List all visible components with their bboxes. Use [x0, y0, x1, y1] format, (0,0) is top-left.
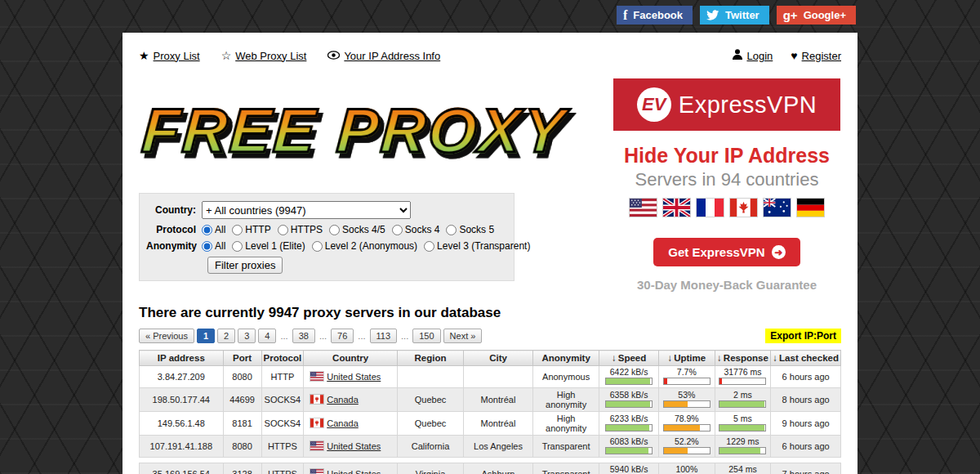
us-flag-icon	[310, 469, 323, 474]
country-select[interactable]: + All countries (9947)	[202, 201, 411, 219]
pagination-4[interactable]: 4	[258, 329, 276, 343]
filter-proxies-button[interactable]: Filter proxies	[207, 257, 283, 274]
pagination-113[interactable]: 113	[370, 329, 398, 343]
nav-right: Login ♥ Register	[733, 49, 841, 62]
response-cell: 1229 ms	[715, 436, 771, 458]
filter-form: Country: + All countries (9947) Protocol…	[139, 193, 514, 281]
response-cell-value: 1229 ms	[718, 437, 768, 446]
response-cell-bar	[719, 424, 766, 432]
nav-login[interactable]: Login	[733, 49, 773, 62]
expressvpn-banner[interactable]: EV ExpressVPN	[613, 78, 840, 131]
anonymity-all-radio[interactable]	[202, 241, 212, 252]
get-expressvpn-button[interactable]: Get ExpressVPN ➜	[653, 238, 800, 266]
pagination-ellipsis: ...	[278, 331, 289, 341]
pagination-2[interactable]: 2	[217, 329, 235, 343]
pagination-1[interactable]: 1	[197, 329, 215, 343]
anonymity-l2-radio[interactable]	[312, 241, 323, 252]
city-cell: Ashburn	[463, 463, 532, 474]
twitter-button[interactable]: Twitter	[700, 6, 769, 25]
column-header-last-checked[interactable]: ↓Last checked	[771, 351, 841, 366]
sort-down-icon: ↓	[717, 353, 722, 363]
column-header-uptime[interactable]: ↓Uptime	[659, 351, 715, 366]
anonymity-cell: Anonymous	[533, 366, 599, 388]
us-flag-icon	[630, 199, 657, 217]
response-cell-bar	[719, 378, 766, 385]
speed-cell-value: 6358 kB/s	[602, 391, 656, 400]
pagination-38[interactable]: 38	[292, 329, 315, 343]
nav-web-proxy-list[interactable]: ☆ Web Proxy List	[221, 49, 307, 62]
protocol-socks4-radio[interactable]	[392, 225, 403, 235]
country-cell: United States	[304, 436, 398, 458]
protocol-http[interactable]: HTTP	[232, 224, 270, 235]
export-ip-port-link[interactable]: Export IP:Port	[765, 329, 841, 343]
protocol-socks5-radio[interactable]	[446, 225, 457, 235]
site-logo: FREE PROXY	[139, 77, 612, 185]
response-cell-value: 31776 ms	[718, 368, 768, 377]
nav-login-label[interactable]: Login	[746, 50, 773, 62]
port-cell: 8080	[223, 366, 261, 388]
protocol-socks4[interactable]: Socks 4	[392, 224, 440, 235]
speed-cell: 6083 kB/s	[599, 436, 659, 458]
anonymity-all[interactable]: All	[202, 240, 225, 252]
protocol-row: Protocol All HTTP HTTPS Socks 4/5 Socks …	[146, 224, 507, 235]
protocol-cell: HTTPS	[261, 436, 304, 458]
proxy-table: IP addressPortProtocolCountryRegionCityA…	[139, 350, 841, 474]
protocol-socks5[interactable]: Socks 5	[446, 224, 494, 235]
pagination-3[interactable]: 3	[238, 329, 256, 343]
pagination-76[interactable]: 76	[331, 329, 354, 343]
speed-cell-bar	[605, 424, 653, 432]
country-link[interactable]: Canada	[327, 395, 359, 405]
protocol-https-radio[interactable]	[278, 225, 288, 235]
facebook-label: Facebook	[633, 9, 683, 21]
anonymity-l1-radio[interactable]	[232, 241, 243, 252]
get-expressvpn-label: Get ExpressVPN	[668, 245, 764, 259]
country-link[interactable]: United States	[327, 441, 381, 451]
column-header-response[interactable]: ↓Response	[715, 351, 771, 366]
pagination-previous[interactable]: « Previous	[139, 329, 194, 343]
response-cell-bar	[719, 447, 766, 454]
anonymity-l3-radio[interactable]	[424, 241, 434, 252]
country-link[interactable]: United States	[327, 469, 381, 474]
nav-register-label[interactable]: Register	[802, 50, 841, 62]
nav-proxy-list-label[interactable]: Proxy List	[154, 50, 200, 62]
response-cell-bar	[719, 400, 766, 408]
pagination-150[interactable]: 150	[412, 329, 440, 343]
protocol-all-radio[interactable]	[202, 225, 212, 235]
response-cell: 254 ms	[715, 463, 771, 474]
anonymity-l3-label: Level 3 (Transparent)	[437, 240, 530, 252]
protocol-all[interactable]: All	[202, 224, 225, 235]
pagination-next[interactable]: Next »	[443, 329, 483, 343]
country-link[interactable]: United States	[327, 372, 381, 382]
france-flag-icon	[697, 199, 724, 217]
canada-flag-icon	[730, 199, 757, 217]
nav-proxy-list[interactable]: ★ Proxy List	[139, 49, 200, 62]
anonymity-l3[interactable]: Level 3 (Transparent)	[424, 240, 530, 252]
country-link[interactable]: Canada	[327, 418, 359, 428]
anonymity-options: All Level 1 (Elite) Level 2 (Anonymous) …	[202, 240, 537, 252]
ad-headline: Hide Your IP Address	[612, 144, 841, 168]
protocol-http-radio[interactable]	[232, 225, 243, 235]
column-header-speed[interactable]: ↓Speed	[599, 351, 659, 366]
protocol-https[interactable]: HTTPS	[278, 224, 323, 235]
last-checked-cell: 6 hours ago	[771, 436, 841, 458]
ca-flag-icon	[310, 395, 323, 405]
user-icon	[733, 49, 742, 62]
speed-cell-value: 5940 kB/s	[602, 465, 656, 474]
country-cell: Canada	[304, 412, 398, 436]
nav-web-proxy-list-label[interactable]: Web Proxy List	[235, 50, 306, 62]
nav-ip-info[interactable]: Your IP Address Info	[327, 49, 440, 62]
us-flag-icon	[310, 372, 323, 382]
city-cell: Montréal	[463, 412, 532, 436]
anonymity-cell: Transparent	[533, 436, 599, 458]
anonymity-cell: High anonymity	[533, 388, 599, 412]
googleplus-button[interactable]: g+ Google+	[777, 6, 856, 25]
protocol-socks45-radio[interactable]	[329, 225, 340, 235]
main-nav: ★ Proxy List ☆ Web Proxy List Your IP Ad…	[139, 33, 841, 69]
anonymity-l1[interactable]: Level 1 (Elite)	[232, 240, 305, 252]
protocol-socks45[interactable]: Socks 4/5	[329, 224, 385, 235]
facebook-button[interactable]: f Facebook	[617, 6, 693, 25]
anonymity-l2[interactable]: Level 2 (Anonymous)	[312, 240, 417, 252]
nav-register[interactable]: ♥ Register	[791, 49, 841, 62]
nav-ip-info-label[interactable]: Your IP Address Info	[344, 50, 440, 62]
speed-cell-value: 6233 kB/s	[602, 414, 656, 423]
